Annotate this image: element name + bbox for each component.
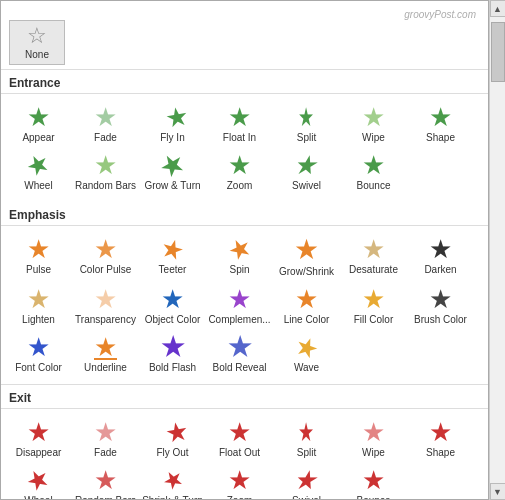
- float-in-label: Float In: [223, 132, 256, 144]
- anim-fade-out[interactable]: ★ Fade: [72, 415, 139, 463]
- anim-float-out[interactable]: ★ Float Out: [206, 415, 273, 463]
- anim-underline[interactable]: ★ Underline: [72, 330, 139, 378]
- shrink-turn-icon: ★: [158, 465, 188, 496]
- line-color-label: Line Color: [284, 314, 330, 326]
- appear-label: Appear: [22, 132, 54, 144]
- emphasis-header: Emphasis: [1, 202, 488, 226]
- scroll-thumb-area: [490, 17, 505, 483]
- wheel-out-icon: ★: [21, 463, 56, 498]
- anim-fly-out[interactable]: ★ Fly Out: [139, 415, 206, 463]
- anim-shape-in[interactable]: ★ Shape: [407, 100, 474, 148]
- split-out-label: Split: [297, 447, 316, 459]
- anim-wheel-in[interactable]: ★ Wheel: [5, 148, 72, 196]
- anim-split-out[interactable]: ★ Split: [273, 415, 340, 463]
- anim-random-bars-in[interactable]: ★ Random Bars: [72, 148, 139, 196]
- anim-shape-out[interactable]: ★ Shape: [407, 415, 474, 463]
- fly-in-icon: ★: [163, 102, 190, 132]
- scroll-up-button[interactable]: ▲: [490, 0, 506, 17]
- none-star-icon: ☆: [27, 25, 47, 47]
- wipe-in-label: Wipe: [362, 132, 385, 144]
- fade-in-icon: ★: [94, 104, 117, 130]
- main-container: groovyPost.com ☆ None Entrance ★ Appear …: [0, 0, 505, 500]
- float-out-label: Float Out: [219, 447, 260, 459]
- fly-out-label: Fly Out: [156, 447, 188, 459]
- swivel-in-label: Swivel: [292, 180, 321, 192]
- scroll-down-button[interactable]: ▼: [490, 483, 506, 500]
- anim-spin[interactable]: ★ Spin: [206, 232, 273, 282]
- random-bars-out-icon: ★: [94, 467, 117, 493]
- anim-swivel-in[interactable]: ★ Swivel: [273, 148, 340, 196]
- anim-zoom-out[interactable]: ★ Zoom: [206, 463, 273, 500]
- anim-bold-reveal[interactable]: ★ Bold Reveal: [206, 330, 273, 378]
- anim-darken[interactable]: ★ Darken: [407, 232, 474, 282]
- zoom-out-icon: ★: [228, 467, 251, 493]
- bold-reveal-icon: ★: [228, 334, 251, 360]
- anim-grow-shrink[interactable]: ★ Grow/Shrink: [273, 232, 340, 282]
- anim-complementary[interactable]: ★ Complemen...: [206, 282, 273, 330]
- color-pulse-icon: ★: [94, 236, 117, 262]
- anim-split-in[interactable]: ★ Split: [273, 100, 340, 148]
- anim-font-color[interactable]: ★ Font Color: [5, 330, 72, 378]
- anim-transparency[interactable]: ★ Transparency: [72, 282, 139, 330]
- anim-bounce-out[interactable]: ★ Bounce: [340, 463, 407, 500]
- anim-float-in[interactable]: ★ Float In: [206, 100, 273, 148]
- shape-in-label: Shape: [426, 132, 455, 144]
- wipe-out-icon: ★: [362, 419, 385, 445]
- grow-turn-icon: ★: [154, 146, 190, 183]
- anim-wheel-out[interactable]: ★ Wheel: [5, 463, 72, 500]
- anim-shrink-turn[interactable]: ★ Shrink & Turn: [139, 463, 206, 500]
- zoom-in-label: Zoom: [227, 180, 253, 192]
- teeter-label: Teeter: [159, 264, 187, 276]
- anim-fill-color[interactable]: ★ Fill Color: [340, 282, 407, 330]
- grow-shrink-icon: ★: [294, 236, 319, 264]
- none-section: groovyPost.com ☆ None: [1, 1, 488, 70]
- anim-teeter[interactable]: ★ Teeter: [139, 232, 206, 282]
- none-item[interactable]: ☆ None: [9, 20, 65, 65]
- lighten-icon: ★: [27, 286, 50, 312]
- transparency-label: Transparency: [75, 314, 136, 326]
- complementary-icon: ★: [228, 286, 251, 312]
- scroll-thumb[interactable]: [491, 22, 505, 82]
- anim-disappear[interactable]: ★ Disappear: [5, 415, 72, 463]
- anim-fade-in[interactable]: ★ Fade: [72, 100, 139, 148]
- desaturate-label: Desaturate: [349, 264, 398, 276]
- anim-bounce-in[interactable]: ★ Bounce: [340, 148, 407, 196]
- anim-bold-flash[interactable]: ★ Bold Flash: [139, 330, 206, 378]
- animation-panel[interactable]: groovyPost.com ☆ None Entrance ★ Appear …: [0, 0, 489, 500]
- anim-pulse[interactable]: ★ Pulse: [5, 232, 72, 282]
- darken-icon: ★: [429, 236, 452, 262]
- fade-out-icon: ★: [94, 419, 117, 445]
- anim-appear[interactable]: ★ Appear: [5, 100, 72, 148]
- random-bars-in-label: Random Bars: [75, 180, 136, 192]
- anim-line-color[interactable]: ★ Line Color: [273, 282, 340, 330]
- anim-color-pulse[interactable]: ★ Color Pulse: [72, 232, 139, 282]
- bounce-out-icon: ★: [362, 467, 385, 493]
- anim-brush-color[interactable]: ★ Brush Color: [407, 282, 474, 330]
- anim-wipe-out[interactable]: ★ Wipe: [340, 415, 407, 463]
- fade-out-label: Fade: [94, 447, 117, 459]
- shrink-turn-label: Shrink & Turn: [142, 495, 203, 500]
- anim-wave[interactable]: ★ Wave: [273, 330, 340, 378]
- disappear-label: Disappear: [16, 447, 62, 459]
- anim-random-bars-out[interactable]: ★ Random Bars: [72, 463, 139, 500]
- shape-in-icon: ★: [429, 104, 452, 130]
- wipe-out-label: Wipe: [362, 447, 385, 459]
- anim-grow-turn[interactable]: ★ Grow & Turn: [139, 148, 206, 196]
- scrollbar[interactable]: ▲ ▼: [489, 0, 505, 500]
- anim-zoom-in[interactable]: ★ Zoom: [206, 148, 273, 196]
- bold-flash-icon: ★: [161, 334, 184, 360]
- grow-shrink-label: Grow/Shrink: [279, 266, 334, 278]
- anim-object-color[interactable]: ★ Object Color: [139, 282, 206, 330]
- anim-fly-in[interactable]: ★ Fly In: [139, 100, 206, 148]
- anim-wipe-in[interactable]: ★ Wipe: [340, 100, 407, 148]
- font-color-icon: ★: [27, 334, 50, 360]
- exit-grid: ★ Disappear ★ Fade ★ Fly Out ★ Float Out…: [1, 409, 488, 500]
- pulse-icon: ★: [27, 236, 50, 262]
- random-bars-in-icon: ★: [94, 152, 117, 178]
- wave-label: Wave: [294, 362, 319, 374]
- bounce-out-label: Bounce: [357, 495, 391, 500]
- anim-swivel-out[interactable]: ★ Swivel: [273, 463, 340, 500]
- anim-desaturate[interactable]: ★ Desaturate: [340, 232, 407, 282]
- underline-icon: ★: [94, 334, 117, 360]
- anim-lighten[interactable]: ★ Lighten: [5, 282, 72, 330]
